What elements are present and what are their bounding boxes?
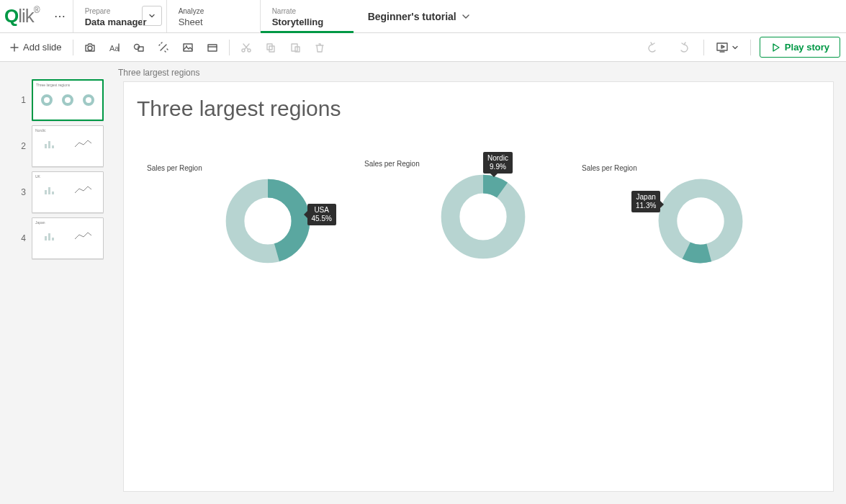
chevron-down-icon (461, 12, 471, 22)
slide-thumb-4[interactable]: Japan (32, 217, 104, 259)
svg-rect-23 (45, 236, 47, 240)
camera-icon (84, 41, 96, 54)
monitor-play-icon (716, 41, 730, 54)
donut-chart-icon (648, 168, 754, 274)
chart-tooltip: Nordic9.9% (483, 152, 513, 174)
thumb-number: 4 (16, 233, 26, 243)
paste-icon (289, 41, 302, 54)
play-story-label: Play story (785, 42, 829, 53)
canvas-title-bar: Three largest regions (111, 62, 846, 82)
app-menu-button[interactable]: ⋯ (47, 0, 73, 32)
slide-thumb-2[interactable]: Nordic (32, 125, 104, 167)
undo-icon (647, 41, 660, 54)
svg-rect-24 (48, 233, 50, 240)
svg-rect-18 (48, 141, 50, 148)
thumb-title: Nordic (32, 126, 103, 132)
tab-narrate-big: Storytelling (272, 17, 342, 28)
chart-title: Sales per Region (357, 160, 559, 168)
undo-button[interactable] (642, 36, 666, 59)
svg-rect-22 (52, 192, 54, 194)
snapshot-library-button[interactable] (78, 36, 102, 59)
chart-nordic[interactable]: Sales per Region Nordic9.9% (357, 160, 559, 262)
thumb-number: 2 (16, 141, 26, 151)
thumb-preview (32, 225, 103, 246)
svg-rect-21 (48, 187, 50, 194)
slide-heading[interactable]: Three largest regions (137, 96, 341, 121)
tab-prepare[interactable]: Prepare Data manager (73, 0, 166, 32)
sheet-icon (206, 41, 219, 54)
effects-button[interactable] (151, 36, 176, 59)
tab-analyze-small: Analyze (179, 6, 248, 17)
redo-button[interactable] (670, 36, 695, 59)
slide-thumb-3[interactable]: UK (32, 171, 104, 213)
tab-narrate-small: Narrate (272, 6, 342, 17)
chart-tooltip: Japan11.3% (631, 191, 660, 212)
media-button[interactable] (176, 36, 200, 59)
chart-tooltip: USA45.5% (307, 204, 336, 225)
tab-prepare-dropdown[interactable] (142, 6, 162, 26)
shapes-button[interactable] (127, 36, 151, 59)
thumb-number: 1 (16, 95, 26, 105)
copy-button[interactable] (258, 36, 283, 59)
thumb-title: UK (32, 172, 103, 179)
storytelling-toolbar: Add slide Aa (0, 33, 846, 62)
svg-rect-15 (717, 43, 727, 50)
image-icon (181, 41, 194, 54)
thumb-preview (32, 132, 103, 154)
chart-usa[interactable]: Sales per Region USA45.5% (140, 164, 341, 266)
preview-button[interactable] (713, 36, 742, 59)
thumb-title: Japan (32, 218, 103, 225)
chevron-down-icon (148, 12, 156, 19)
svg-point-28 (451, 184, 516, 250)
trash-icon (313, 41, 326, 54)
svg-rect-7 (208, 45, 217, 51)
chevron-down-icon (732, 44, 739, 51)
thumb-preview (33, 87, 102, 110)
svg-rect-19 (52, 145, 54, 148)
sheet-embed-button[interactable] (200, 36, 225, 59)
svg-point-6 (186, 45, 187, 47)
svg-text:Aa: Aa (109, 44, 120, 53)
wand-icon (157, 41, 170, 54)
thumb-preview (32, 179, 103, 200)
redo-icon (676, 41, 689, 54)
text-icon: Aa (108, 41, 121, 54)
story-selector[interactable]: Beginner's tutorial (354, 0, 485, 32)
thumb-title: Three largest regions (33, 81, 102, 87)
tab-narrate[interactable]: Narrate Storytelling (260, 0, 354, 32)
slide-canvas[interactable]: Three largest regions Sales per Region U… (124, 82, 833, 491)
add-slide-label: Add slide (23, 42, 61, 53)
svg-rect-17 (45, 144, 47, 148)
plus-icon (9, 42, 20, 53)
chart-japan[interactable]: Sales per Region Japan11.3% (575, 164, 776, 266)
cut-button[interactable] (234, 36, 258, 59)
svg-rect-20 (45, 190, 47, 194)
chart-title: Sales per Region (140, 164, 341, 172)
tab-analyze-big: Sheet (179, 17, 248, 28)
story-selector-label: Beginner's tutorial (368, 11, 456, 22)
svg-rect-13 (292, 44, 297, 51)
add-slide-button[interactable]: Add slide (6, 42, 68, 53)
svg-point-0 (88, 46, 92, 50)
svg-rect-25 (52, 238, 54, 240)
text-button[interactable]: Aa (102, 36, 127, 59)
tab-analyze[interactable]: Analyze Sheet (166, 0, 260, 32)
thumb-number: 3 (16, 187, 26, 197)
paste-button[interactable] (283, 36, 307, 59)
shapes-icon (132, 41, 145, 54)
slide-thumbnail-rail: 1 Three largest regions 2 Nordic 3 UK (0, 62, 111, 504)
play-icon (770, 42, 780, 53)
chart-title: Sales per Region (575, 164, 776, 172)
play-story-button[interactable]: Play story (760, 37, 840, 58)
scissors-icon (240, 41, 253, 54)
delete-button[interactable] (307, 36, 332, 59)
copy-icon (264, 41, 277, 54)
donut-chart-icon (225, 178, 311, 264)
slide-thumb-1[interactable]: Three largest regions (32, 79, 104, 121)
app-logo: Qlik® (0, 0, 47, 32)
donut-chart-icon (440, 174, 526, 260)
svg-rect-5 (184, 44, 192, 51)
